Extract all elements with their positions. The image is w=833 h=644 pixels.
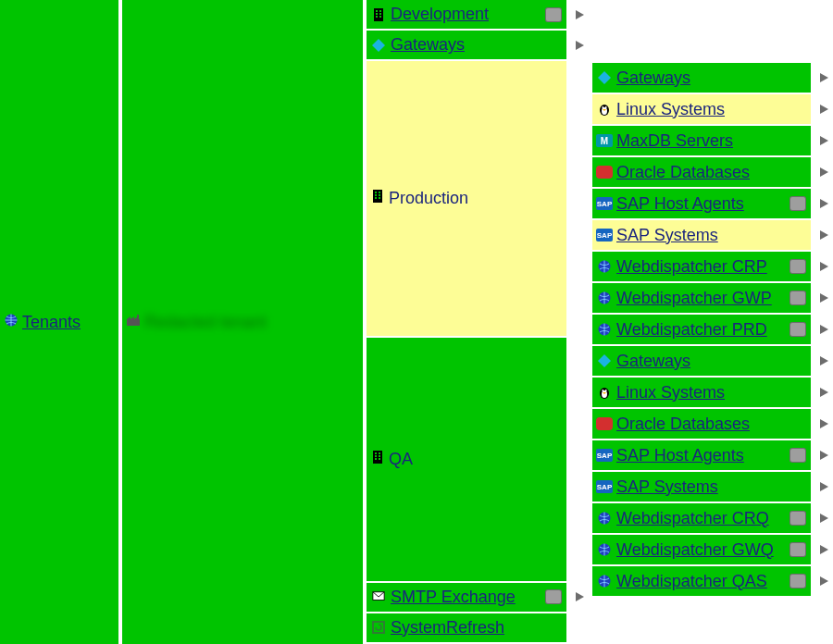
tenant-link-blurred[interactable]: Redacted tenant: [144, 313, 267, 332]
svg-marker-28: [576, 592, 584, 601]
expand-arrow-icon[interactable]: [814, 157, 833, 187]
expand-arrow-icon[interactable]: [814, 566, 833, 596]
system-label[interactable]: Webdispatcher GWQ: [616, 540, 774, 560]
svg-point-34: [602, 106, 603, 108]
env-label[interactable]: SMTP Exchange: [391, 588, 516, 607]
system-label[interactable]: SAP Systems: [616, 226, 718, 245]
system-row: Linux Systems: [592, 94, 833, 124]
globe-icon: [4, 313, 19, 332]
col4-leading-spacer: [592, 0, 833, 63]
system-label[interactable]: Gateways: [616, 68, 690, 88]
svg-marker-11: [372, 39, 385, 52]
system-label[interactable]: Webdispatcher CRP: [616, 257, 767, 277]
svg-rect-6: [376, 13, 378, 15]
building-icon: [370, 189, 385, 208]
system-cell[interactable]: Webdispatcher QAS: [592, 566, 811, 596]
globe-icon: [596, 321, 613, 338]
expand-arrow-icon[interactable]: [814, 315, 833, 344]
system-cell[interactable]: SAPSAP Systems: [592, 220, 811, 250]
env-cell[interactable]: Development: [367, 0, 566, 29]
system-cell[interactable]: Oracle Databases: [592, 157, 811, 187]
system-row: Webdispatcher GWQ: [592, 535, 833, 564]
system-row: Webdispatcher CRP: [592, 252, 833, 281]
system-label[interactable]: Gateways: [616, 352, 690, 371]
building-icon: [370, 450, 385, 469]
system-label[interactable]: Webdispatcher GWP: [616, 289, 772, 308]
system-label[interactable]: SAP Host Agents: [616, 446, 744, 465]
expand-arrow-icon[interactable]: [814, 472, 833, 502]
system-cell[interactable]: SAPSAP Systems: [592, 472, 811, 502]
tenants-cell[interactable]: Tenants: [0, 0, 118, 644]
system-cell[interactable]: Webdispatcher GWQ: [592, 535, 811, 564]
system-cell[interactable]: SAPSAP Host Agents: [592, 440, 811, 470]
expand-arrow-icon[interactable]: [814, 252, 833, 281]
expand-arrow-icon[interactable]: [570, 31, 589, 59]
system-cell[interactable]: Linux Systems: [592, 94, 811, 124]
expand-arrow-icon[interactable]: [814, 409, 833, 439]
system-label[interactable]: Linux Systems: [616, 383, 725, 402]
expand-arrow-icon[interactable]: [814, 535, 833, 564]
expand-arrow-icon[interactable]: [814, 189, 833, 218]
svg-rect-19: [379, 197, 380, 199]
expand-arrow-icon[interactable]: [814, 126, 833, 155]
env-cell[interactable]: Production: [367, 61, 566, 335]
svg-marker-58: [820, 482, 828, 491]
system-row: SAPSAP Host Agents: [592, 189, 833, 218]
gateway-icon: [370, 37, 387, 54]
env-label[interactable]: QA: [389, 450, 413, 469]
env-cell[interactable]: SMTP Exchange: [367, 583, 566, 612]
expand-arrow-icon[interactable]: [814, 220, 833, 250]
system-label[interactable]: SAP Systems: [616, 477, 718, 497]
system-cell[interactable]: Webdispatcher CRP: [592, 252, 811, 281]
expand-arrow-icon[interactable]: [570, 583, 589, 612]
env-label[interactable]: Development: [391, 5, 489, 24]
expand-arrow-icon[interactable]: [570, 0, 589, 29]
system-label[interactable]: Oracle Databases: [616, 163, 750, 182]
env-cell[interactable]: QA: [367, 338, 566, 581]
expand-arrow-icon[interactable]: [814, 378, 833, 407]
list-badge-icon: [790, 291, 805, 304]
env-label[interactable]: Gateways: [391, 35, 465, 55]
svg-rect-21: [375, 452, 377, 454]
system-label[interactable]: Linux Systems: [616, 100, 725, 119]
svg-rect-4: [376, 10, 378, 12]
system-cell[interactable]: SAPSAP Host Agents: [592, 189, 811, 218]
env-cell[interactable]: SystemRefresh: [367, 613, 566, 642]
system-label[interactable]: Webdispatcher PRD: [616, 320, 767, 340]
env-label[interactable]: SystemRefresh: [391, 618, 504, 638]
expand-arrow-icon[interactable]: [814, 346, 833, 376]
system-cell[interactable]: Webdispatcher CRQ: [592, 503, 811, 533]
system-cell[interactable]: Oracle Databases: [592, 409, 811, 439]
svg-rect-13: [373, 190, 382, 203]
system-cell[interactable]: Webdispatcher GWP: [592, 283, 811, 313]
system-cell[interactable]: Linux Systems: [592, 378, 811, 407]
expand-arrow-icon[interactable]: [814, 503, 833, 533]
expand-arrow-icon[interactable]: [814, 283, 833, 313]
system-label[interactable]: Oracle Databases: [616, 415, 750, 434]
tux-icon: [596, 101, 613, 118]
system-label[interactable]: MaxDB Servers: [616, 131, 733, 151]
maxdb-icon: M: [596, 132, 613, 149]
system-cell[interactable]: MMaxDB Servers: [592, 126, 811, 155]
svg-marker-45: [820, 293, 828, 303]
tenant-cell[interactable]: Redacted tenant: [122, 0, 363, 644]
tenants-link[interactable]: Tenants: [22, 313, 81, 332]
env-label[interactable]: Production: [389, 189, 468, 208]
list-badge-icon: [790, 449, 805, 462]
system-label[interactable]: Webdispatcher QAS: [616, 572, 767, 591]
system-cell[interactable]: Gateways: [592, 346, 811, 376]
expand-arrow-icon[interactable]: [814, 440, 833, 470]
svg-marker-47: [820, 325, 828, 334]
system-label[interactable]: Webdispatcher CRQ: [616, 509, 769, 528]
svg-marker-43: [820, 262, 828, 271]
expand-arrow-icon[interactable]: [814, 94, 833, 124]
env-cell[interactable]: Gateways: [367, 31, 566, 59]
system-cell[interactable]: Gateways: [592, 63, 811, 93]
system-label[interactable]: SAP Host Agents: [616, 194, 744, 214]
expand-arrow-icon[interactable]: [814, 63, 833, 93]
system-row: Gateways: [592, 346, 833, 376]
expand-arrow-placeholder: [570, 61, 589, 335]
svg-marker-56: [820, 419, 828, 428]
system-cell[interactable]: Webdispatcher PRD: [592, 315, 811, 344]
list-badge-icon: [546, 8, 561, 21]
